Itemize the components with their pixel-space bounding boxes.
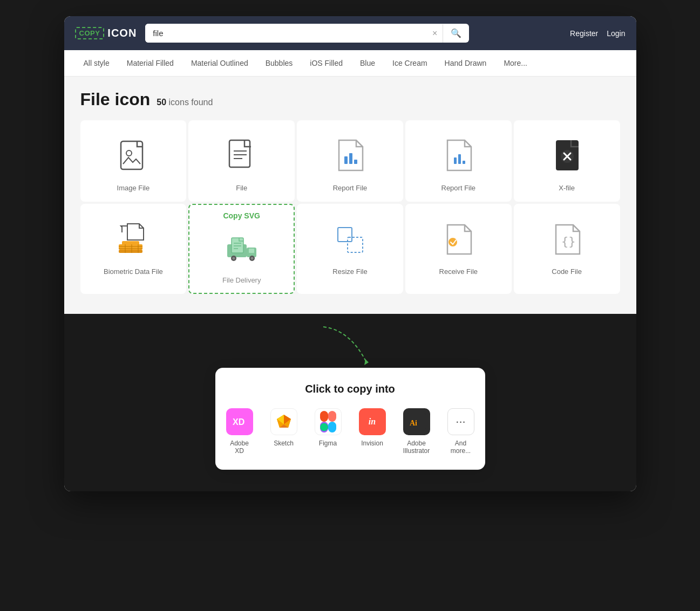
app-name-more: And more... (447, 440, 474, 455)
app-icon-figma (315, 408, 342, 435)
svg-rect-0 (121, 141, 142, 169)
icon-label-report-file-1: Report File (333, 184, 368, 192)
icon-count-number: 50 (157, 98, 166, 107)
app-item-more[interactable]: ··· And more... (447, 408, 474, 455)
svg-rect-45 (320, 411, 328, 422)
search-bar: × 🔍 (145, 24, 469, 43)
app-name-xd: Adobe XD (226, 440, 253, 455)
icon-card-biometric-data-file[interactable]: Biometric Data File (80, 204, 187, 294)
icon-visual-code-file: {} (545, 218, 588, 261)
icon-card-report-file-1[interactable]: Report File (297, 120, 403, 202)
icon-label-file-delivery: File Delivery (222, 276, 261, 284)
app-icon-invision: in (359, 408, 386, 435)
app-icon-more: ··· (447, 408, 474, 435)
search-button[interactable]: 🔍 (443, 24, 469, 43)
svg-rect-29 (232, 238, 243, 253)
nav-ice-cream[interactable]: Ice Cream (384, 50, 436, 76)
copy-popup: Click to copy into XD Adobe XD (215, 368, 485, 470)
register-button[interactable]: Register (570, 29, 598, 38)
nav-all-style[interactable]: All style (75, 50, 118, 76)
logo: COPY ICON (75, 27, 137, 39)
icon-label-biometric-data-file: Biometric Data File (104, 267, 163, 276)
icon-label-report-file-2: Report File (441, 184, 476, 192)
icon-card-file-delivery[interactable]: Copy SVG (188, 204, 295, 294)
clear-button[interactable]: × (427, 24, 443, 43)
icon-label-code-file: Code File (552, 267, 582, 276)
icon-card-receive-file[interactable]: Receive File (405, 204, 512, 294)
page-title: File icon (80, 90, 151, 109)
svg-point-35 (448, 238, 457, 246)
svg-rect-7 (349, 153, 352, 164)
svg-point-49 (320, 423, 328, 431)
icon-visual-file-delivery (220, 226, 263, 270)
dashed-arrow (291, 325, 410, 368)
svg-rect-11 (463, 161, 465, 164)
icon-card-x-file[interactable]: X-file (514, 120, 620, 202)
icon-label-x-file: X-file (559, 184, 575, 192)
svg-rect-46 (328, 411, 336, 422)
app-name-invision: Invision (361, 440, 383, 447)
app-name-ai: Adobe Illustrator (403, 440, 430, 455)
svg-point-26 (232, 257, 235, 260)
icon-visual-biometric-data-file (112, 218, 155, 261)
svg-rect-10 (458, 154, 461, 164)
app-icon-sketch (270, 408, 297, 435)
svg-rect-48 (328, 422, 336, 432)
browser-window: COPY ICON × 🔍 Register Login All style M… (64, 16, 636, 491)
popup-apps: XD Adobe XD (237, 408, 464, 455)
app-item-adobe-ai[interactable]: Ai Adobe Illustrator (403, 408, 430, 455)
search-input[interactable] (145, 24, 427, 43)
svg-rect-8 (354, 160, 357, 164)
nav-hand-drawn[interactable]: Hand Drawn (436, 50, 495, 76)
app-item-invision[interactable]: in Invision (359, 408, 386, 447)
icon-visual-file (220, 134, 263, 177)
app-name-sketch: Sketch (274, 440, 294, 447)
header: COPY ICON × 🔍 Register Login (64, 16, 636, 50)
icon-card-report-file-2[interactable]: Report File (405, 120, 512, 202)
app-item-figma[interactable]: Figma (315, 408, 342, 447)
icon-label-image-file: Image File (117, 184, 150, 192)
style-nav: All style Material Filled Material Outli… (64, 50, 636, 77)
icon-visual-resize-file (328, 218, 371, 261)
nav-material-outlined[interactable]: Material Outlined (182, 50, 257, 76)
icon-grid: Image File File (80, 120, 620, 294)
icon-visual-report-file-1 (328, 134, 371, 177)
icon-label-receive-file: Receive File (439, 267, 478, 276)
svg-rect-16 (119, 250, 142, 253)
svg-rect-15 (122, 241, 139, 245)
app-icon-xd: XD (226, 408, 253, 435)
app-name-figma: Figma (319, 440, 337, 447)
popup-area: Click to copy into XD Adobe XD (64, 314, 636, 491)
popup-title: Click to copy into (237, 383, 464, 395)
svg-text:{}: {} (561, 235, 576, 248)
login-button[interactable]: Login (607, 29, 625, 38)
icon-count: 50 icons found (157, 98, 213, 107)
icon-card-image-file[interactable]: Image File (80, 120, 187, 202)
nav-material-filled[interactable]: Material Filled (118, 50, 182, 76)
nav-more[interactable]: More... (495, 50, 536, 76)
app-item-sketch[interactable]: Sketch (270, 408, 297, 447)
icon-visual-report-file-2 (437, 134, 480, 177)
main-content: File icon 50 icons found Image File (64, 77, 636, 314)
svg-point-1 (126, 150, 132, 156)
svg-point-28 (250, 257, 253, 260)
icon-visual-receive-file (437, 218, 480, 261)
svg-rect-9 (454, 157, 457, 164)
app-item-adobe-xd[interactable]: XD Adobe XD (226, 408, 253, 455)
nav-ios-filled[interactable]: iOS Filled (301, 50, 351, 76)
icon-visual-image-file (112, 134, 155, 177)
svg-text:Ai: Ai (410, 419, 417, 427)
logo-icon-text: ICON (107, 27, 137, 39)
nav-blue[interactable]: Blue (351, 50, 384, 76)
icon-label-file: File (236, 184, 247, 192)
icon-card-file[interactable]: File (188, 120, 295, 202)
svg-rect-33 (348, 237, 363, 252)
icon-card-code-file[interactable]: {} Code File (514, 204, 620, 294)
icon-label-resize-file: Resize File (332, 267, 367, 276)
svg-rect-2 (229, 140, 250, 167)
svg-rect-6 (344, 156, 348, 164)
icon-card-resize-file[interactable]: Resize File (297, 204, 403, 294)
icon-visual-x-file (545, 134, 588, 177)
nav-bubbles[interactable]: Bubbles (257, 50, 302, 76)
page-title-row: File icon 50 icons found (80, 90, 620, 109)
